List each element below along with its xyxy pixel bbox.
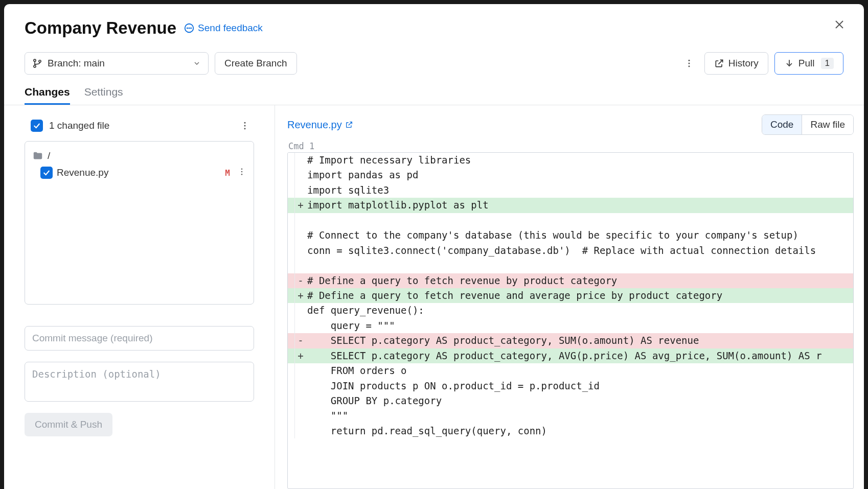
pull-button[interactable]: Pull 1 [774,52,843,75]
diff-line: - SELECT p.category AS product_category,… [288,333,853,348]
diff-marker [295,153,306,168]
diff-body[interactable]: # Import necessary libraries import pand… [287,152,854,489]
toolbar: Branch: main Create Branch History Pull … [4,43,864,75]
view-toggle: Code Raw file [762,114,854,135]
svg-point-1 [187,28,188,28]
feedback-label: Send feedback [198,22,263,34]
diff-line: +import matplotlib.pyplot as plt [288,198,853,213]
diff-gutter [288,168,295,182]
diff-marker [295,243,306,258]
tab-settings[interactable]: Settings [84,86,123,105]
commit-description-input[interactable] [25,362,254,402]
diff-file-name: Revenue.py [287,119,342,131]
diff-line: JOIN products p ON o.product_id = p.prod… [288,379,853,393]
diff-code [306,258,307,273]
branch-label: Branch: main [48,58,105,69]
diff-gutter [288,363,295,378]
modified-badge: M [225,168,230,178]
close-icon [833,18,846,31]
diff-line: return pd.read_sql_query(query, conn) [288,424,853,438]
diff-line: conn = sqlite3.connect('company_database… [288,243,853,258]
diff-marker: - [295,273,306,288]
svg-point-6 [34,59,36,61]
file-checkbox[interactable] [40,167,53,179]
diff-code: """ [306,408,348,423]
external-link-icon [714,58,724,68]
folder-icon [32,150,43,161]
diff-code: SELECT p.category AS product_category, S… [306,333,699,348]
diff-marker [295,303,306,318]
svg-point-9 [688,60,690,61]
chevron-down-icon [193,59,201,67]
diff-gutter [288,288,295,303]
diff-gutter [288,258,295,273]
diff-marker: + [295,198,306,213]
history-button[interactable]: History [704,52,768,75]
diff-gutter [288,393,295,408]
svg-point-7 [34,65,36,67]
code-view-tab[interactable]: Code [762,115,802,134]
changed-files-more-button[interactable] [236,117,254,135]
diff-marker [295,379,306,393]
diff-marker [295,393,306,408]
raw-file-tab[interactable]: Raw file [802,115,853,134]
diff-gutter [288,183,295,198]
diff-code: # Define a query to fetch revenue and av… [306,288,722,303]
diff-marker [295,318,306,333]
more-vertical-icon [237,167,246,176]
file-more-button[interactable] [237,167,246,179]
diff-code: FROM orders o [306,363,406,378]
diff-code: import matplotlib.pyplot as plt [306,198,489,213]
content: 1 changed file / Revenue.py M [4,105,864,489]
svg-point-17 [241,173,243,175]
toolbar-more-button[interactable] [680,54,698,73]
history-label: History [728,58,759,69]
diff-marker [295,408,306,423]
svg-point-15 [241,168,243,170]
feedback-link[interactable]: Send feedback [184,22,263,34]
diff-file-link[interactable]: Revenue.py [287,119,353,131]
sidebar: 1 changed file / Revenue.py M [4,105,275,489]
chat-icon [184,22,195,34]
diff-line: GROUP BY p.category [288,393,853,408]
check-icon [33,122,41,130]
diff-gutter [288,303,295,318]
root-label: / [48,150,50,161]
diff-code: import sqlite3 [306,183,389,198]
diff-code [306,213,307,228]
tab-changes[interactable]: Changes [25,86,70,105]
file-tree: / Revenue.py M [25,141,254,305]
select-all-checkbox[interactable] [31,120,43,132]
diff-line [288,213,853,228]
diff-line: # Connect to the company's database (thi… [288,228,853,243]
svg-point-3 [191,28,191,28]
diff-code: conn = sqlite3.connect('company_database… [306,243,816,258]
commit-message-input[interactable] [25,326,254,351]
diff-gutter [288,213,295,228]
tree-file-row[interactable]: Revenue.py M [29,164,249,181]
modal-header: Company Revenue Send feedback [4,4,864,43]
svg-point-16 [241,171,243,172]
tree-root[interactable]: / [29,148,249,164]
svg-point-8 [39,60,41,62]
external-link-icon [345,121,353,129]
svg-point-2 [189,28,189,28]
branch-select[interactable]: Branch: main [25,52,209,75]
svg-point-14 [244,128,246,129]
diff-line: FROM orders o [288,363,853,378]
svg-point-12 [244,122,246,124]
diff-gutter [288,228,295,243]
diff-line [288,258,853,273]
page-title: Company Revenue [25,18,176,38]
diff-marker [295,258,306,273]
diff-gutter [288,424,295,438]
pull-label: Pull [798,58,815,69]
diff-code: # Connect to the company's database (thi… [306,228,798,243]
diff-gutter [288,333,295,348]
create-branch-button[interactable]: Create Branch [215,52,297,75]
close-button[interactable] [830,15,849,34]
diff-line: import pandas as pd [288,168,853,182]
diff-marker [295,228,306,243]
commit-push-button[interactable]: Commit & Push [25,413,112,436]
tab-bar: Changes Settings [4,75,864,105]
